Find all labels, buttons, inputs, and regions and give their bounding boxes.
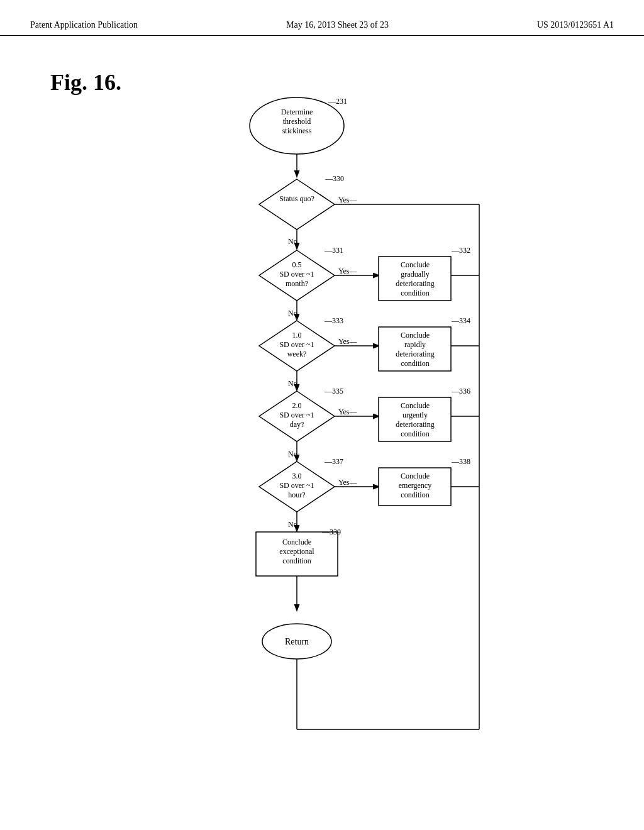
svg-text:Conclude: Conclude: [401, 472, 430, 480]
svg-text:—338: —338: [451, 457, 470, 466]
svg-text:hour?: hour?: [288, 490, 305, 499]
svg-text:condition: condition: [401, 429, 429, 438]
svg-text:condition: condition: [401, 490, 429, 499]
svg-text:SD over ~1: SD over ~1: [279, 340, 314, 349]
svg-text:No: No: [288, 309, 297, 318]
svg-text:2.0: 2.0: [292, 401, 302, 410]
svg-text:rapidly: rapidly: [404, 340, 426, 349]
diagram-container: Determine threshold stickiness —231 Stat…: [0, 88, 644, 799]
flowchart-svg: Determine threshold stickiness —231 Stat…: [102, 88, 542, 799]
svg-text:Yes—: Yes—: [338, 337, 357, 346]
svg-text:No: No: [288, 379, 297, 388]
svg-text:week?: week?: [287, 350, 307, 358]
svg-text:No: No: [288, 520, 297, 529]
svg-text:1.0: 1.0: [292, 331, 302, 340]
svg-text:threshold: threshold: [283, 117, 311, 126]
svg-text:3.0: 3.0: [292, 472, 302, 480]
svg-point-0: [250, 97, 344, 154]
svg-text:SD over ~1: SD over ~1: [279, 411, 314, 419]
svg-text:—231: —231: [328, 97, 347, 106]
svg-text:Yes—: Yes—: [338, 478, 357, 487]
svg-text:—334: —334: [451, 316, 470, 325]
svg-text:No: No: [288, 237, 297, 246]
svg-text:—335: —335: [324, 387, 343, 396]
svg-text:deteriorating: deteriorating: [396, 420, 434, 429]
svg-text:Status quo?: Status quo?: [279, 194, 314, 203]
svg-text:—332: —332: [451, 246, 470, 255]
svg-text:month?: month?: [286, 279, 308, 288]
svg-text:Conclude: Conclude: [282, 538, 311, 546]
page-header: Patent Application Publication May 16, 2…: [0, 0, 644, 36]
header-date-sheet: May 16, 2013 Sheet 23 of 23: [286, 20, 389, 30]
svg-text:—333: —333: [324, 316, 343, 325]
svg-text:gradually: gradually: [401, 270, 429, 279]
svg-text:—330: —330: [325, 174, 344, 183]
svg-text:—331: —331: [324, 246, 343, 255]
svg-text:deteriorating: deteriorating: [396, 350, 434, 358]
svg-text:—336: —336: [451, 387, 470, 396]
svg-text:urgently: urgently: [402, 411, 428, 419]
svg-text:condition: condition: [282, 556, 311, 565]
svg-text:day?: day?: [290, 420, 304, 429]
svg-text:Yes—: Yes—: [338, 267, 357, 275]
svg-text:0.5: 0.5: [292, 260, 302, 269]
svg-text:exceptional: exceptional: [279, 547, 314, 556]
svg-text:Determine: Determine: [281, 108, 313, 116]
svg-text:—337: —337: [324, 457, 343, 466]
svg-text:Return: Return: [285, 637, 309, 646]
svg-text:condition: condition: [401, 289, 429, 297]
svg-text:Yes—: Yes—: [338, 196, 357, 204]
svg-text:—339: —339: [321, 528, 341, 536]
svg-text:Conclude: Conclude: [401, 401, 430, 410]
header-patent-number: US 2013/0123651 A1: [537, 20, 614, 30]
header-publication-type: Patent Application Publication: [30, 20, 138, 30]
svg-text:emergency: emergency: [399, 481, 431, 490]
svg-text:Conclude: Conclude: [401, 331, 430, 340]
svg-marker-6: [259, 179, 335, 230]
svg-text:SD over ~1: SD over ~1: [279, 481, 314, 490]
svg-text:Conclude: Conclude: [401, 260, 430, 269]
svg-text:stickiness: stickiness: [282, 126, 312, 135]
svg-text:Yes—: Yes—: [338, 407, 357, 416]
svg-text:SD over ~1: SD over ~1: [279, 270, 314, 279]
svg-text:condition: condition: [401, 359, 429, 368]
svg-text:deteriorating: deteriorating: [396, 279, 434, 288]
svg-text:No: No: [288, 450, 297, 458]
